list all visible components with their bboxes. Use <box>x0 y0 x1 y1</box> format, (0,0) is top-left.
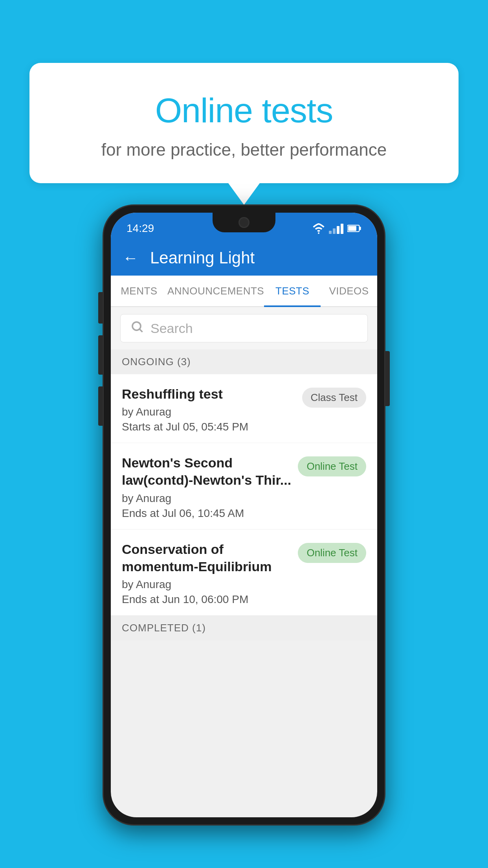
phone-container: 14:29 <box>103 204 385 826</box>
phone-notch <box>213 213 275 232</box>
test-name-2: Newton's Second law(contd)-Newton's Thir… <box>122 454 292 489</box>
search-input[interactable]: Search <box>150 321 193 336</box>
test-badge-3: Online Test <box>298 543 366 563</box>
tab-tests[interactable]: TESTS <box>264 276 321 306</box>
search-icon <box>130 320 144 337</box>
back-button[interactable]: ← <box>123 249 138 267</box>
svg-rect-2 <box>359 227 361 230</box>
completed-section-label: COMPLETED (1) <box>111 616 377 640</box>
test-author-1: by Anurag <box>122 406 296 418</box>
svg-rect-3 <box>348 226 356 231</box>
speech-bubble: Online tests for more practice, better p… <box>29 63 459 183</box>
search-box[interactable]: Search <box>120 314 368 342</box>
tab-announcements[interactable]: ANNOUNCEMENTS <box>167 276 264 306</box>
wifi-icon <box>312 223 325 234</box>
phone-button-extra <box>98 386 103 426</box>
app-title: Learning Light <box>150 248 255 267</box>
svg-point-4 <box>132 322 141 330</box>
speech-bubble-arrow <box>228 183 260 205</box>
phone-button-volume-down <box>98 335 103 375</box>
ongoing-section-label: ONGOING (3) <box>111 349 377 374</box>
test-name-3: Conservation of momentum-Equilibrium <box>122 541 292 575</box>
status-icons <box>312 223 361 234</box>
speech-bubble-title: Online tests <box>61 90 427 131</box>
test-author-3: by Anurag <box>122 578 292 591</box>
phone-camera <box>238 217 250 228</box>
test-time-1: Starts at Jul 05, 05:45 PM <box>122 421 296 433</box>
app-header: ← Learning Light <box>111 240 377 276</box>
speech-bubble-subtitle: for more practice, better performance <box>61 140 427 160</box>
status-time: 14:29 <box>127 222 154 235</box>
test-list: Reshuffling test by Anurag Starts at Jul… <box>111 374 377 616</box>
test-info-2: Newton's Second law(contd)-Newton's Thir… <box>122 454 298 519</box>
test-badge-2: Online Test <box>298 456 366 476</box>
battery-icon <box>347 224 361 233</box>
phone-button-volume-up <box>98 292 103 324</box>
test-name-1: Reshuffling test <box>122 385 296 403</box>
test-author-2: by Anurag <box>122 492 292 505</box>
phone-screen: 14:29 <box>111 213 377 817</box>
svg-line-5 <box>140 329 143 332</box>
signal-icon <box>329 223 343 234</box>
test-item-1[interactable]: Reshuffling test by Anurag Starts at Jul… <box>111 374 377 443</box>
test-time-3: Ends at Jun 10, 06:00 PM <box>122 593 292 606</box>
phone-button-power <box>385 351 390 406</box>
tab-ments[interactable]: MENTS <box>111 276 167 306</box>
test-item-3[interactable]: Conservation of momentum-Equilibrium by … <box>111 530 377 616</box>
tabs-container: MENTS ANNOUNCEMENTS TESTS VIDEOS <box>111 276 377 307</box>
test-badge-1: Class Test <box>302 388 366 408</box>
test-info-1: Reshuffling test by Anurag Starts at Jul… <box>122 385 302 433</box>
test-info-3: Conservation of momentum-Equilibrium by … <box>122 541 298 606</box>
search-container: Search <box>111 307 377 349</box>
speech-bubble-container: Online tests for more practice, better p… <box>29 63 459 205</box>
phone-outer: 14:29 <box>103 204 385 826</box>
test-time-2: Ends at Jul 06, 10:45 AM <box>122 507 292 520</box>
test-item-2[interactable]: Newton's Second law(contd)-Newton's Thir… <box>111 443 377 529</box>
tab-videos[interactable]: VIDEOS <box>321 276 377 306</box>
svg-point-0 <box>318 232 319 234</box>
